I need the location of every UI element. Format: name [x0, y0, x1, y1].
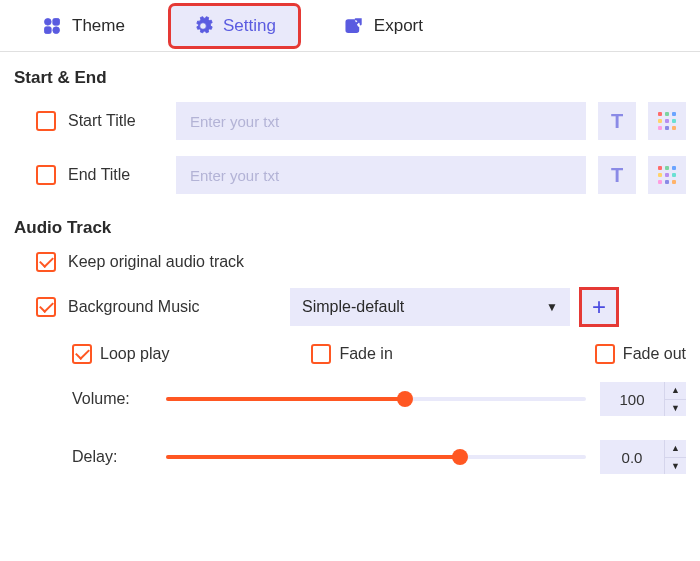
delay-slider[interactable]	[166, 455, 586, 459]
keep-original-row: Keep original audio track	[0, 244, 700, 280]
end-title-row: End Title T	[0, 148, 700, 202]
background-music-checkbox[interactable]	[36, 297, 56, 317]
section-start-end: Start & End	[0, 52, 700, 94]
tab-theme-label: Theme	[72, 16, 125, 36]
tab-export[interactable]: Export	[322, 6, 445, 46]
volume-row: Volume: 100 ▲ ▼	[0, 370, 700, 428]
start-title-checkbox[interactable]	[36, 111, 56, 131]
keep-original-checkbox[interactable]	[36, 252, 56, 272]
color-grid-icon	[658, 112, 676, 130]
delay-spinner: 0.0 ▲ ▼	[600, 440, 686, 474]
add-music-button[interactable]: +	[582, 290, 616, 324]
volume-up-button[interactable]: ▲	[665, 382, 686, 399]
tab-setting[interactable]: Setting	[171, 6, 298, 46]
delay-row: Delay: 0.0 ▲ ▼	[0, 428, 700, 486]
start-title-row: Start Title T	[0, 94, 700, 148]
delay-slider-thumb[interactable]	[452, 449, 468, 465]
tab-bar: Theme Setting Export	[0, 0, 700, 52]
fade-out-checkbox[interactable]	[595, 344, 615, 364]
color-grid-icon	[658, 166, 676, 184]
background-music-label: Background Music	[68, 298, 278, 316]
start-title-input[interactable]	[176, 102, 586, 140]
tab-setting-label: Setting	[223, 16, 276, 36]
svg-point-0	[45, 18, 52, 25]
tab-export-label: Export	[374, 16, 423, 36]
volume-down-button[interactable]: ▼	[665, 399, 686, 417]
playback-options-row: Loop play Fade in Fade out	[0, 334, 700, 370]
delay-label: Delay:	[72, 448, 152, 466]
tab-theme[interactable]: Theme	[20, 6, 147, 46]
background-music-selected: Simple-default	[302, 298, 404, 316]
volume-value[interactable]: 100	[600, 382, 664, 416]
volume-slider-thumb[interactable]	[397, 391, 413, 407]
keep-original-label: Keep original audio track	[68, 253, 244, 271]
end-title-text-style-button[interactable]: T	[598, 156, 636, 194]
loop-play-label: Loop play	[100, 345, 169, 363]
delay-down-button[interactable]: ▼	[665, 457, 686, 475]
delay-value[interactable]: 0.0	[600, 440, 664, 474]
volume-spinner: 100 ▲ ▼	[600, 382, 686, 416]
background-music-select[interactable]: Simple-default ▼	[290, 288, 570, 326]
start-title-label: Start Title	[68, 112, 164, 130]
chevron-down-icon: ▼	[546, 300, 558, 314]
fade-out-label: Fade out	[623, 345, 686, 363]
volume-slider[interactable]	[166, 397, 586, 401]
gear-icon	[193, 16, 213, 36]
export-icon	[344, 16, 364, 36]
delay-up-button[interactable]: ▲	[665, 440, 686, 457]
svg-rect-2	[45, 26, 52, 33]
start-title-text-style-button[interactable]: T	[598, 102, 636, 140]
delay-slider-fill	[166, 455, 460, 459]
start-title-color-button[interactable]	[648, 102, 686, 140]
end-title-checkbox[interactable]	[36, 165, 56, 185]
background-music-row: Background Music Simple-default ▼ +	[0, 280, 700, 334]
volume-slider-fill	[166, 397, 405, 401]
volume-label: Volume:	[72, 390, 152, 408]
section-audio-track: Audio Track	[0, 202, 700, 244]
end-title-label: End Title	[68, 166, 164, 184]
end-title-color-button[interactable]	[648, 156, 686, 194]
loop-play-checkbox[interactable]	[72, 344, 92, 364]
end-title-input[interactable]	[176, 156, 586, 194]
svg-rect-1	[53, 18, 60, 25]
fade-in-checkbox[interactable]	[311, 344, 331, 364]
fade-in-label: Fade in	[339, 345, 392, 363]
svg-point-3	[53, 26, 60, 33]
theme-icon	[42, 16, 62, 36]
